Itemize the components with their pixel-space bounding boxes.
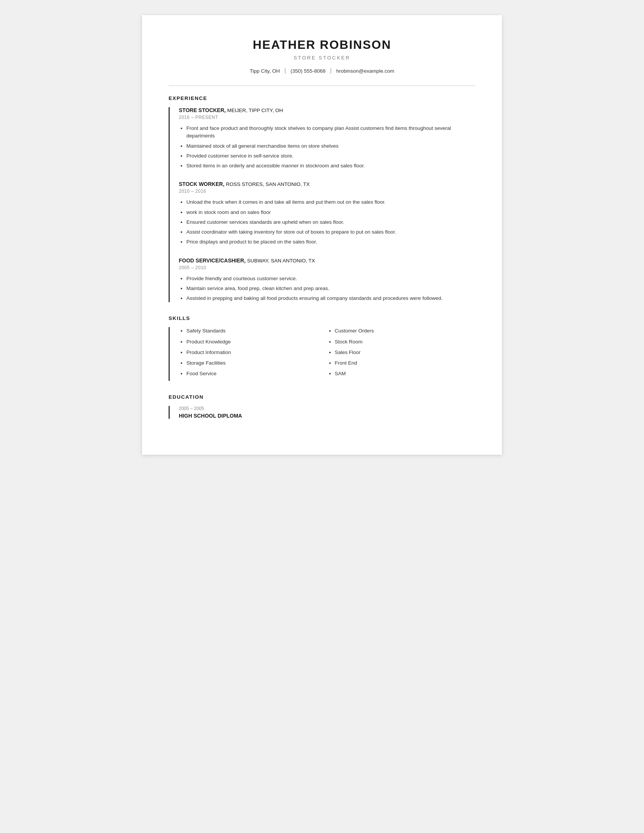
resume-container: HEATHER ROBINSON STORE STOCKER Tipp City… xyxy=(142,15,502,455)
candidate-name: HEATHER ROBINSON xyxy=(169,38,475,52)
skill-right-1: Stock Room xyxy=(335,338,476,346)
job-title-3: FOOD SERVICE/CASHIER xyxy=(179,257,244,264)
job-company-3: SUBWAY, SAN ANTONIO, TX xyxy=(247,258,315,264)
skill-left-2: Product Information xyxy=(187,349,327,356)
experience-section: EXPERIENCE STORE STOCKER, MEIJER, TIPP C… xyxy=(169,95,475,302)
job-bullets-3: Provide friendly and courteous customer … xyxy=(179,275,475,302)
job-bullets-1: Front and face product and thoroughly st… xyxy=(179,125,475,170)
contact-email: hrobinson@example.com xyxy=(336,68,394,74)
bullet-3-0: Provide friendly and courteous customer … xyxy=(187,275,475,283)
contact-phone: (350) 555-8068 xyxy=(291,68,325,74)
contact-info: Tipp City, OH | (350) 555-8068 | hrobins… xyxy=(169,68,475,74)
bullet-2-1: work in stock room and on sales floor xyxy=(187,209,475,216)
job-title-line-2: STOCK WORKER, ROSS STORES, SAN ANTONIO, … xyxy=(179,181,475,187)
skill-left-1: Product Knowledge xyxy=(187,338,327,346)
bullet-1-3: Stored items in an orderly and accessibl… xyxy=(187,162,475,170)
edu-degree-0: HIGH SCHOOL DIPLOMA xyxy=(179,413,475,419)
job-entry-1: STORE STOCKER, MEIJER, TIPP CITY, OH 201… xyxy=(179,107,475,170)
education-section: EDUCATION 2005 – 2005 HIGH SCHOOL DIPLOM… xyxy=(169,394,475,419)
job-title-line-1: STORE STOCKER, MEIJER, TIPP CITY, OH xyxy=(179,107,475,113)
skills-left-col: Safety Standards Product Knowledge Produ… xyxy=(179,327,327,381)
skill-right-0: Customer Orders xyxy=(335,327,476,335)
job-company-separator-1: , xyxy=(224,107,227,113)
skills-right-col: Customer Orders Stock Room Sales Floor F… xyxy=(327,327,476,381)
edu-entry-0: 2005 – 2005 HIGH SCHOOL DIPLOMA xyxy=(179,406,475,419)
edu-dates-0: 2005 – 2005 xyxy=(179,406,475,411)
experience-content: STORE STOCKER, MEIJER, TIPP CITY, OH 201… xyxy=(169,107,475,302)
job-company-1: MEIJER, TIPP CITY, OH xyxy=(227,108,283,113)
skill-right-2: Sales Floor xyxy=(335,349,476,356)
job-dates-1: 2016 – PRESENT xyxy=(179,115,475,120)
experience-section-title: EXPERIENCE xyxy=(169,95,475,101)
bullet-1-1: Maintained stock of all general merchand… xyxy=(187,142,475,150)
bullet-2-2: Ensured customer services standards are … xyxy=(187,219,475,226)
job-bullets-2: Unload the truck when it comes in and ta… xyxy=(179,198,475,246)
skills-grid: Safety Standards Product Knowledge Produ… xyxy=(179,327,475,381)
skills-section-title: SKILLS xyxy=(169,315,475,321)
job-dates-3: 2005 – 2010 xyxy=(179,265,475,270)
header: HEATHER ROBINSON STORE STOCKER Tipp City… xyxy=(169,38,475,74)
skills-section: SKILLS Safety Standards Product Knowledg… xyxy=(169,315,475,381)
job-dates-2: 2010 – 2016 xyxy=(179,188,475,194)
job-entry-2: STOCK WORKER, ROSS STORES, SAN ANTONIO, … xyxy=(179,181,475,246)
bullet-2-3: Assist coordinator with taking inventory… xyxy=(187,228,475,236)
bullet-2-4: Price displays and product to be placed … xyxy=(187,238,475,246)
skill-right-3: Front End xyxy=(335,359,476,367)
job-company-2: ROSS STORES, SAN ANTONIO, TX xyxy=(226,182,309,187)
education-content: 2005 – 2005 HIGH SCHOOL DIPLOMA xyxy=(169,406,475,419)
skills-content: Safety Standards Product Knowledge Produ… xyxy=(169,327,475,381)
contact-location: Tipp City, OH xyxy=(250,68,280,74)
job-title-2: STOCK WORKER xyxy=(179,181,223,187)
bullet-2-0: Unload the truck when it comes in and ta… xyxy=(187,198,475,206)
job-entry-3: FOOD SERVICE/CASHIER, SUBWAY, SAN ANTONI… xyxy=(179,257,475,302)
job-title-line-3: FOOD SERVICE/CASHIER, SUBWAY, SAN ANTONI… xyxy=(179,257,475,264)
bullet-1-2: Provided customer service in self-servic… xyxy=(187,152,475,160)
candidate-title: STORE STOCKER xyxy=(169,55,475,61)
skill-right-4: SAM xyxy=(335,370,476,378)
bullet-3-1: Maintain service area, food prep, clean … xyxy=(187,285,475,292)
separator-2: | xyxy=(330,68,332,74)
skill-left-0: Safety Standards xyxy=(187,327,327,335)
skill-left-3: Storage Facilities xyxy=(187,359,327,367)
bullet-1-0: Front and face product and thoroughly st… xyxy=(187,125,475,140)
separator-1: | xyxy=(285,68,286,74)
education-section-title: EDUCATION xyxy=(169,394,475,400)
job-title-1: STORE STOCKER xyxy=(179,107,224,113)
skill-left-4: Food Service xyxy=(187,370,327,378)
header-divider xyxy=(169,85,475,86)
bullet-3-2: Assisted in prepping and baking all food… xyxy=(187,294,475,302)
